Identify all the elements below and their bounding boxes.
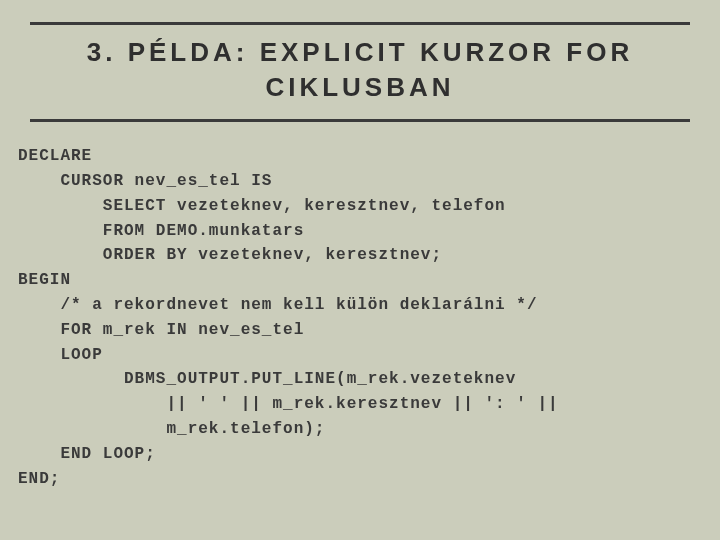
title-bar: 3. PÉLDA: EXPLICIT KURZOR FOR CIKLUSBAN — [30, 22, 690, 122]
slide-title: 3. PÉLDA: EXPLICIT KURZOR FOR CIKLUSBAN — [30, 35, 690, 105]
code-block: DECLARE CURSOR nev_es_tel IS SELECT veze… — [0, 140, 720, 491]
